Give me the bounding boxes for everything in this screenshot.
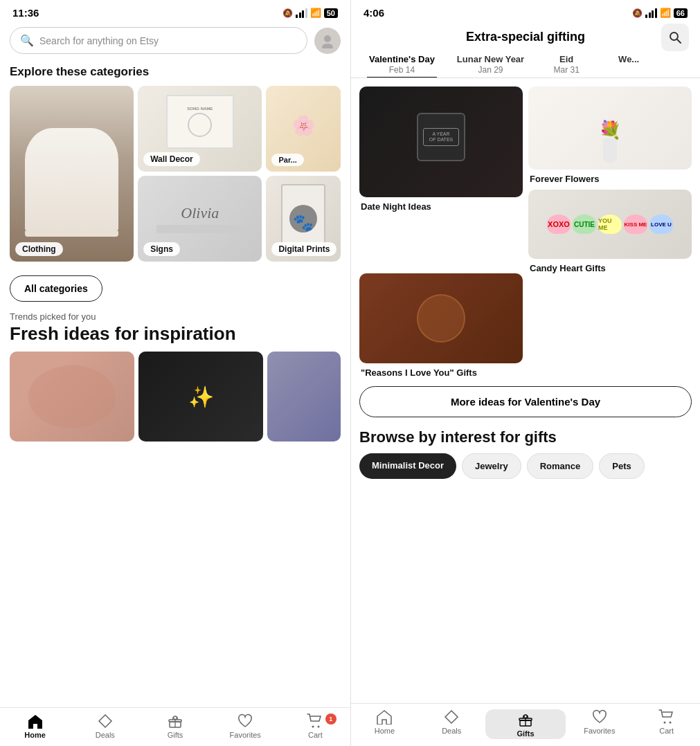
tab-lunar[interactable]: Lunar New Year Jan 29 [446,50,535,78]
category-clothing-label: Clothing [15,242,63,256]
all-categories-button[interactable]: All categories [10,275,102,302]
left-panel: 11:36 🔕 📶 50 🔍 Search for anything on Et… [0,0,350,746]
browse-pill-pets[interactable]: Pets [599,453,644,479]
product-flowers-label: Forever Flowers [528,172,692,184]
category-partial-label: Par... [271,154,303,166]
right-cart-icon [658,709,675,725]
svg-point-9 [663,722,665,724]
browse-pill-jewelry[interactable]: Jewelry [462,453,521,479]
category-digital[interactable]: 🐾 Digital Prints [266,176,341,262]
box-icon-text: A YEAR OF DATES [423,128,459,147]
right-bottom-nav: Home Deals Gifts [351,703,700,746]
tab-eid-name: Eid [546,54,586,64]
product-reasons-image [359,273,523,363]
right-page-title: Extra-special gifting [466,30,585,44]
product-date-night-label: Date Night Ideas [359,200,523,212]
right-nav-home-label: Home [375,727,395,735]
category-clothing[interactable]: Clothing [10,86,134,262]
tab-valentines-name: Valentine's Day [369,54,435,64]
trends-title: Fresh ideas for inspiration [0,323,350,352]
left-search-bar[interactable]: 🔍 Search for anything on Etsy [10,27,307,54]
product-forever-flowers[interactable]: 💐 Forever Flowers [528,87,692,184]
tab-we[interactable]: We... [598,50,660,78]
product-date-night[interactable]: A YEAR OF DATES Date Night Ideas [359,87,523,273]
trends-picked-label: Trends picked for you [0,307,350,323]
trend-image-1[interactable] [10,352,134,442]
gifts-icon [167,713,183,729]
left-nav-deals-label: Deals [96,731,115,739]
left-bottom-nav: Home Deals Gifts [0,707,350,746]
trend-image-2[interactable]: ✨ [138,352,263,442]
right-nav-gifts[interactable]: Gifts [485,709,566,739]
right-panel: 4:06 🔕 📶 66 Extra-special gifting [350,0,700,746]
right-search-button[interactable] [661,24,689,51]
right-nav-home[interactable]: Home [351,709,418,739]
browse-pill-minimalist[interactable]: Minimalist Decor [359,453,456,479]
left-nav-gifts[interactable]: Gifts [140,713,210,739]
right-nav-favorites[interactable]: Favorites [566,709,633,739]
cart-icon [307,713,323,729]
category-partial[interactable]: 🌸 Par... [266,86,341,172]
tab-lunar-name: Lunar New Year [457,54,524,64]
left-status-bar: 11:36 🔕 📶 50 [0,0,350,23]
left-nav-cart[interactable]: 1 Cart [280,713,350,739]
tabs-container: Valentine's Day Feb 14 Lunar New Year Ja… [351,50,700,78]
favorites-icon [237,713,253,729]
search-button-icon [668,30,682,44]
tabs-row: Valentine's Day Feb 14 Lunar New Year Ja… [351,50,700,78]
category-walldecor[interactable]: SONG NAME Wall Decor [138,86,262,172]
left-status-icons: 🔕 📶 50 [282,8,338,18]
more-ideas-button[interactable]: More ideas for Valentine's Day [359,386,692,417]
tab-valentines-date: Feb 14 [369,65,435,75]
right-nav-deals-label: Deals [442,727,461,735]
svg-point-5 [318,726,320,728]
left-nav-home-label: Home [24,731,46,739]
category-digital-label: Digital Prints [271,242,336,256]
right-nav-deals[interactable]: Deals [418,709,485,739]
left-signal-icon [296,8,307,18]
left-nav-favorites[interactable]: Favorites [210,713,280,739]
category-signs-label: Signs [143,242,180,256]
search-icon: 🔍 [20,34,34,47]
svg-point-1 [322,44,333,48]
svg-point-10 [669,722,671,724]
right-home-icon [376,709,393,725]
tab-eid-date: Mar 31 [546,65,586,75]
right-wifi-icon: 📶 [660,8,671,18]
date-night-box-icon: A YEAR OF DATES [417,113,465,161]
user-avatar[interactable] [314,28,341,54]
product-candy-hearts[interactable]: XOXO CUTIE YOU ME KISS ME LOVE U Candy H… [528,190,692,273]
trend-image-3[interactable] [267,352,341,442]
left-nav-home[interactable]: Home [0,713,70,739]
candy-hearts-display: XOXO CUTIE YOU ME KISS ME LOVE U [535,197,685,252]
product-reasons-label: "Reasons I Love You" Gifts [359,366,523,378]
categories-grid: Clothing SONG NAME Wall Decor 🌸 Par... O… [0,86,350,266]
svg-point-0 [324,35,331,42]
browse-section: Browse by interest for gifts Minimalist … [351,426,700,484]
right-time: 4:06 [364,7,384,19]
product-date-night-image: A YEAR OF DATES [359,87,523,197]
right-battery: 66 [674,8,688,18]
browse-pill-romance[interactable]: Romance [527,453,594,479]
right-nav-favorites-label: Favorites [584,727,615,735]
home-icon [27,713,44,729]
right-nav-cart[interactable]: Cart [633,709,700,739]
left-nav-deals[interactable]: Deals [70,713,140,739]
tab-valentines[interactable]: Valentine's Day Feb 14 [358,50,446,78]
svg-point-4 [312,726,314,728]
product-grid: A YEAR OF DATES Date Night Ideas 💐 Forev… [351,78,700,383]
left-bell-icon: 🔕 [282,8,293,18]
deals-icon [98,713,113,729]
left-search-container: 🔍 Search for anything on Etsy [0,23,350,61]
right-nav-cart-label: Cart [659,727,674,735]
right-deals-icon [444,709,459,725]
right-status-bar: 4:06 🔕 📶 66 [351,0,700,23]
browse-pills: Minimalist Decor Jewelry Romance Pets [359,453,692,479]
left-nav-cart-label: Cart [308,731,323,739]
category-signs[interactable]: Olivia Signs [138,176,262,262]
tab-eid[interactable]: Eid Mar 31 [535,50,598,78]
right-favorites-icon [591,709,608,725]
right-bell-icon: 🔕 [632,8,643,18]
product-reasons[interactable]: "Reasons I Love You" Gifts [359,273,523,378]
categories-title: Explore these categories [0,61,350,86]
